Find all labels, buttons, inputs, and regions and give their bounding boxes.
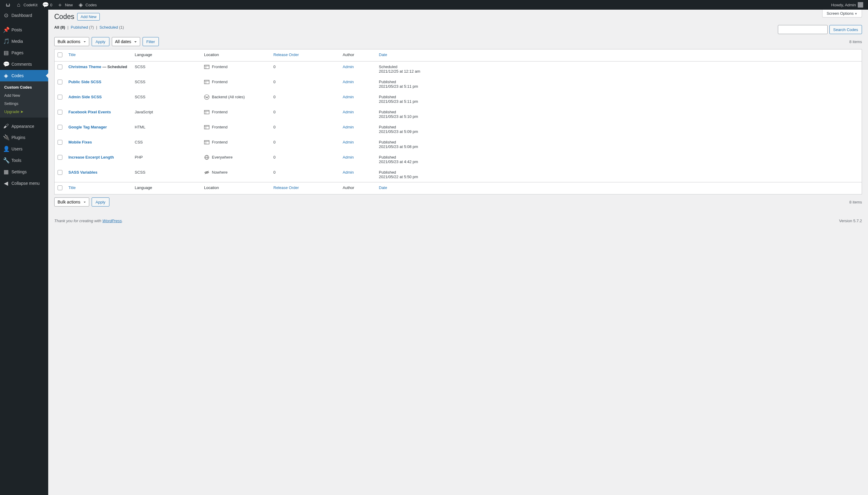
filter-scheduled[interactable]: Scheduled (1) [100,25,124,30]
pages-icon: ▤ [3,49,9,56]
row-title-link[interactable]: Facebook Pixel Events [68,110,111,114]
row-release: 0 [270,107,340,122]
col-title[interactable]: Title [65,49,132,62]
table-row: Facebook Pixel Events JavaScript Fronten… [55,107,862,122]
row-date: Published2021/05/23 at 4:42 pm [376,152,862,167]
collapse-icon: ◀ [3,180,9,187]
row-author-link[interactable]: Admin [343,140,354,144]
posts-icon: 📌 [3,27,9,33]
howdy-link[interactable]: Howdy, Admin [829,0,866,10]
submenu-add-new[interactable]: Add New [0,91,48,100]
row-location: Frontend [212,140,228,144]
menu-pages[interactable]: ▤Pages [0,47,48,58]
menu-media[interactable]: 🎵Media [0,36,48,47]
frontend-icon [204,80,209,84]
site-name-link[interactable]: ⌂CodeKit [13,0,40,10]
row-language: CSS [132,137,201,152]
col-release-order-foot[interactable]: Release Order [270,182,340,194]
footer-version: Version 5.7.2 [839,219,862,223]
submenu-settings[interactable]: Settings [0,100,48,108]
table-row: Christmas Theme — Scheduled SCSS Fronten… [55,62,862,76]
menu-comments[interactable]: 💬Comments [0,58,48,70]
add-new-button[interactable]: Add New [77,13,100,20]
row-checkbox[interactable] [57,155,63,160]
filter-button[interactable]: Filter [142,37,159,46]
select-all-top[interactable] [57,52,63,57]
row-author-link[interactable]: Admin [343,155,354,159]
menu-plugins[interactable]: 🔌Plugins [0,132,48,143]
apply-button-bottom[interactable]: Apply [92,198,109,206]
col-language-foot: Language [132,182,201,194]
filter-published[interactable]: Published (7) [71,25,94,30]
row-title-link[interactable]: Mobile Fixes [68,140,92,144]
codes-link[interactable]: ◈Codes [75,0,100,10]
submenu-upgrade[interactable]: Upgrade ➤ [0,108,48,116]
row-author-link[interactable]: Admin [343,125,354,129]
comments-link[interactable]: 💬0 [40,0,55,10]
row-checkbox[interactable] [57,80,63,84]
backend-icon [204,95,209,99]
frontend-icon [204,125,209,129]
wp-logo[interactable]: ⍵ [2,0,13,10]
submenu-custom-codes[interactable]: Custom Codes [0,83,48,91]
apply-button-top[interactable]: Apply [92,37,109,46]
row-date: Published2021/05/23 at 5:11 pm [376,92,862,107]
tablenav-top: Bulk actions Apply All dates Filter 8 it… [54,37,862,46]
row-checkbox[interactable] [57,65,63,69]
col-date[interactable]: Date [376,49,862,62]
search-button[interactable]: Search Codes [829,25,862,34]
dates-select[interactable]: All dates [112,37,140,46]
row-checkbox[interactable] [57,170,63,175]
col-date-foot[interactable]: Date [376,182,862,194]
row-checkbox[interactable] [57,140,63,145]
row-title-link[interactable]: Public Side SCSS [68,80,101,84]
page-title: Codes [54,13,74,21]
table-row: Admin Side SCSS SCSS Backend (All roles)… [55,92,862,107]
menu-tools[interactable]: 🔧Tools [0,155,48,166]
content-area: Screen Options Codes Add New All (8) | P… [48,10,868,495]
wordpress-link[interactable]: WordPress [103,219,122,223]
menu-users[interactable]: 👤Users [0,143,48,155]
row-title-link[interactable]: Christmas Theme [68,65,101,69]
row-title-link[interactable]: Increase Excerpt Length [68,155,114,159]
menu-appearance[interactable]: 🖌Appearance [0,121,48,132]
row-author-link[interactable]: Admin [343,110,354,114]
row-checkbox[interactable] [57,125,63,130]
status-filters: All (8) | Published (7) | Scheduled (1) [54,25,124,30]
bulk-actions-select-bottom[interactable]: Bulk actions [54,198,89,206]
menu-posts[interactable]: 📌Posts [0,24,48,36]
filter-all[interactable]: All (8) [54,25,65,30]
menu-codes[interactable]: ◈Codes [0,70,48,81]
row-checkbox[interactable] [57,110,63,115]
row-location: Everywhere [212,155,233,159]
svg-rect-13 [204,140,209,144]
menu-collapse[interactable]: ◀Collapse menu [0,177,48,189]
bulk-actions-select[interactable]: Bulk actions [54,37,89,46]
row-author-link[interactable]: Admin [343,80,354,84]
row-language: PHP [132,152,201,167]
new-link[interactable]: ＋New [55,0,75,10]
row-author-link[interactable]: Admin [343,95,354,99]
screen-options-button[interactable]: Screen Options [822,10,862,17]
row-author-link[interactable]: Admin [343,65,354,69]
row-release: 0 [270,152,340,167]
row-title-link[interactable]: Google Tag Manager [68,125,107,129]
col-title-foot[interactable]: Title [65,182,132,194]
menu-dashboard[interactable]: ⊙Dashboard [0,10,48,21]
row-checkbox[interactable] [57,95,63,100]
codes-table: Title Language Location Release Order Au… [54,49,862,194]
search-box: Search Codes [778,25,862,34]
col-release-order[interactable]: Release Order [270,49,340,62]
search-input[interactable] [778,25,828,34]
row-title-link[interactable]: Admin Side SCSS [68,95,102,99]
frontend-icon [204,140,209,144]
menu-settings[interactable]: ▦Settings [0,166,48,177]
table-row: Increase Excerpt Length PHP Everywhere 0… [55,152,862,167]
row-title-link[interactable]: SASS Variables [68,170,97,174]
row-language: SCSS [132,92,201,107]
row-release: 0 [270,62,340,76]
select-all-bottom[interactable] [57,185,63,190]
svg-rect-3 [204,80,209,84]
admin-sidebar: ⊙Dashboard 📌Posts 🎵Media ▤Pages 💬Comment… [0,10,48,495]
row-author-link[interactable]: Admin [343,170,354,174]
